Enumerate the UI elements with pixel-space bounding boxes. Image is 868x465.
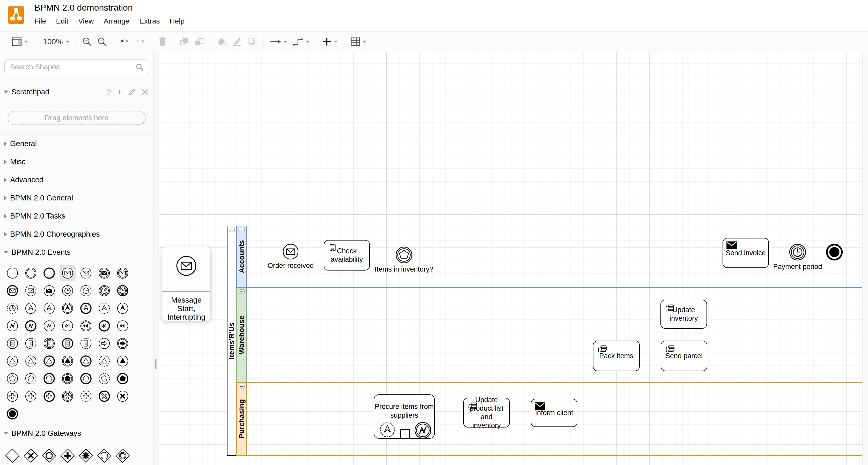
- to-back-button[interactable]: [192, 34, 207, 49]
- event-shape-double-rew-filled[interactable]: [78, 318, 94, 334]
- event-shape-thick-xcross[interactable]: [96, 388, 112, 404]
- lane-label-bar-accounts[interactable]: Accounts: [236, 226, 247, 288]
- event-shape-double-pent-filled[interactable]: [60, 371, 75, 387]
- zoom-in-button[interactable]: [80, 34, 94, 49]
- event-shape-dotted-plus[interactable]: [23, 388, 39, 404]
- event-shape-thick-tri[interactable]: [78, 353, 94, 369]
- line-color-button[interactable]: [229, 34, 245, 49]
- collapse-pool-button[interactable]: [229, 228, 235, 232]
- event-shape-double-list[interactable]: [41, 335, 57, 352]
- event-shape-double-env[interactable]: [115, 265, 131, 281]
- error-boundary-event[interactable]: [414, 421, 432, 439]
- scratchpad-header[interactable]: Scratchpad ? +: [0, 83, 153, 101]
- event-shape-dotted-env[interactable]: [78, 265, 94, 281]
- section-advanced[interactable]: Advanced: [0, 171, 153, 189]
- event-shape-thickdouble-clock[interactable]: [115, 283, 131, 299]
- menu-arrange[interactable]: Arrange: [104, 17, 130, 25]
- section-bpmn-2-0-general[interactable]: BPMN 2.0 General: [0, 189, 153, 207]
- event-shape-dashed-clock[interactable]: [4, 300, 21, 316]
- event-shape-thick-pent[interactable]: [78, 371, 94, 387]
- bpmn-task-update-product-list-and-inventory[interactable]: Update product list and inventory: [463, 398, 510, 428]
- event-shape-thin-tri-filled[interactable]: [115, 353, 131, 369]
- diagram-canvas[interactable]: AccountsWarehousePurchasingItems'R'UsOrd…: [159, 52, 868, 465]
- diagram-panels-button[interactable]: [9, 34, 31, 49]
- edit-pencil-icon[interactable]: [128, 88, 135, 96]
- gateway-shape-none[interactable]: [4, 448, 21, 464]
- event-shape-thin-rew[interactable]: [60, 318, 75, 334]
- bpmn-event-unnamed[interactable]: [826, 243, 843, 261]
- event-shape-thin-arrow[interactable]: [96, 335, 112, 352]
- collapse-lane-button[interactable]: [239, 228, 245, 232]
- section-bpmn-2-0-choreographies[interactable]: BPMN 2.0 Choreographies: [0, 225, 153, 243]
- event-shape-thin-plus[interactable]: [4, 388, 21, 404]
- event-shape-dotted-list[interactable]: [23, 335, 39, 352]
- event-shape-thick-chev[interactable]: [78, 300, 94, 316]
- redo-button[interactable]: [132, 34, 148, 49]
- scratchpad-drop-zone[interactable]: Drag elements here: [7, 111, 146, 125]
- section-bpmn-2-0-gateways[interactable]: BPMN 2.0 Gateways: [0, 424, 153, 442]
- search-icon[interactable]: [135, 63, 144, 72]
- event-shape-dotted-chev[interactable]: [41, 300, 57, 316]
- event-shape-thin-pent[interactable]: [4, 371, 21, 387]
- close-icon[interactable]: [141, 89, 149, 96]
- add-icon[interactable]: +: [117, 87, 122, 98]
- splitter-handle-icon[interactable]: [155, 359, 157, 369]
- gateway-shape-circle-double[interactable]: [115, 448, 131, 464]
- bpmn-task-send-parcel[interactable]: Send parcel: [661, 341, 707, 371]
- event-shape-thick-list[interactable]: [60, 335, 75, 352]
- event-shape-dotted-clock[interactable]: [78, 283, 94, 299]
- delete-button[interactable]: [156, 34, 169, 49]
- zoom-level-button[interactable]: 100%: [38, 34, 72, 49]
- lane-warehouse[interactable]: [236, 288, 868, 382]
- menu-help[interactable]: Help: [170, 17, 185, 25]
- event-shape-thin-chev-filled[interactable]: [115, 300, 131, 316]
- section-bpmn-2-0-tasks[interactable]: BPMN 2.0 Tasks: [0, 207, 153, 225]
- event-shape-thin-zig-filled[interactable]: [41, 318, 57, 334]
- event-shape-thick-pent-filled[interactable]: [115, 371, 131, 387]
- event-shape-thin-none[interactable]: [4, 265, 21, 281]
- bpmn-task-inform-client[interactable]: Inform client: [531, 399, 577, 427]
- section-bpmn-2-0-events[interactable]: BPMN 2.0 Events: [0, 243, 153, 261]
- bpmn-task-pack-items[interactable]: Pack items: [593, 341, 640, 371]
- event-shape-double-tri-filled[interactable]: [60, 353, 75, 369]
- event-shape-double-env-filled[interactable]: [96, 265, 112, 281]
- to-front-button[interactable]: [177, 34, 192, 49]
- gateway-shape-x[interactable]: [23, 448, 39, 464]
- event-shape-thick-env[interactable]: [4, 283, 21, 299]
- event-shape-dashed-pent[interactable]: [96, 371, 112, 387]
- event-shape-double-chev-filled[interactable]: [60, 300, 75, 316]
- gateway-shape-plus-filled[interactable]: [60, 448, 75, 464]
- event-shape-double-plus[interactable]: [60, 388, 75, 404]
- event-shape-dashed-tri[interactable]: [96, 353, 112, 369]
- bpmn-task-update-inventory[interactable]: Update inventory: [660, 300, 707, 329]
- event-shape-dashed-plus[interactable]: [78, 388, 94, 404]
- connection-button[interactable]: [267, 34, 290, 49]
- event-shape-thick-zig[interactable]: [23, 318, 39, 334]
- event-shape-thick-pent[interactable]: [41, 371, 57, 387]
- event-shape-thick-rew[interactable]: [96, 318, 112, 334]
- event-shape-double-none[interactable]: [23, 265, 39, 281]
- event-shape-thick-plus[interactable]: [41, 388, 57, 404]
- event-shape-thin-env-filled[interactable]: [41, 283, 57, 299]
- vertical-scrollbar[interactable]: [862, 52, 868, 465]
- subprocess-expand-button[interactable]: [400, 429, 410, 439]
- table-button[interactable]: [348, 34, 369, 49]
- event-shape-thin-zig[interactable]: [4, 318, 21, 334]
- bpmn-event-order-received[interactable]: [282, 243, 299, 260]
- gateway-shape-circle-thin[interactable]: [96, 448, 112, 464]
- collapse-lane-button[interactable]: [239, 289, 245, 294]
- section-misc[interactable]: Misc: [0, 153, 153, 171]
- insert-button[interactable]: [320, 34, 340, 49]
- collapse-lane-button[interactable]: [239, 384, 245, 389]
- pool-label-bar[interactable]: Items'R'Us: [227, 226, 236, 456]
- lane-label-bar-purchasing[interactable]: Purchasing: [236, 382, 247, 456]
- bpmn-task-check-availability[interactable]: Check availability: [324, 240, 370, 270]
- sidebar-splitter[interactable]: [153, 52, 159, 465]
- section-general[interactable]: General: [0, 134, 153, 153]
- event-shape-thin-clock[interactable]: [60, 283, 75, 299]
- event-shape-terminate-none[interactable]: [4, 406, 21, 422]
- event-shape-dashed-list[interactable]: [78, 335, 94, 352]
- event-shape-thin-x-filled[interactable]: [115, 388, 131, 404]
- lane-label-bar-warehouse[interactable]: Warehouse: [236, 288, 247, 382]
- waypoints-button[interactable]: [290, 34, 312, 49]
